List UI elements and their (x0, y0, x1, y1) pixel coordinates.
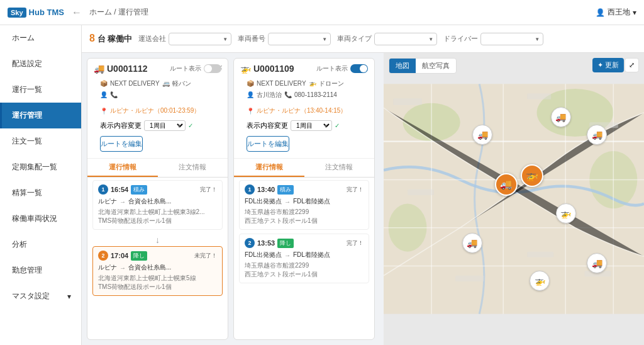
sidebar-item-master-settings[interactable]: マスタ設定 ▾ (0, 283, 81, 309)
back-button[interactable]: ← (72, 7, 82, 18)
sidebar-item-analysis[interactable]: 分析 (0, 232, 81, 257)
card-route-2: 📍 ルピナ・ルピナ（13:40-14:15） (240, 104, 368, 118)
filter-vehicle-type-label: 車両タイプ (337, 34, 372, 43)
tab-operation-info-2[interactable]: 運行情報 (234, 159, 304, 177)
map-expand-button[interactable]: ⤢ (625, 58, 639, 72)
card-header-2: 🚁 U0001109 ルート表示 📦 NEXT DELIVER (234, 59, 374, 159)
user-icon: 👤 (596, 8, 605, 17)
sidebar-item-attendance[interactable]: 勤怠管理 (0, 257, 81, 283)
logo-tms: Hub TMS (29, 8, 64, 17)
route-toggle-switch-2[interactable] (350, 64, 368, 73)
map-area: 地図 航空写真 ✦ 更新 ⤢ (384, 53, 644, 345)
map-tab-aerial[interactable]: 航空写真 (416, 59, 456, 73)
drone-icon-2: 🚁 (309, 79, 316, 89)
map-pin-heli-1[interactable]: 🚁 (556, 203, 576, 223)
driver-name-2: 古川浩治 (257, 90, 282, 100)
edit-route-button-2[interactable]: ルートを編集 (247, 136, 289, 152)
map-pin-truck-3[interactable]: 🚚 (551, 107, 571, 127)
tab-order-info-1[interactable]: 注文情報 (158, 159, 228, 177)
stop-complete-2-2: 完了！ (347, 239, 364, 247)
user-menu[interactable]: 👤 西王地 ▾ (596, 7, 636, 18)
arrow-icon-2-1: → (284, 198, 291, 205)
driver-select[interactable] (480, 33, 543, 45)
week-select-2[interactable]: 1周目 (291, 120, 332, 131)
route-item-2-1: 1 13:40 積み 完了！ FDL出発拠点 → FDL着陸拠点 (239, 180, 369, 230)
route-label-1: ルート表示 (170, 64, 201, 73)
stop-from-2-1: FDL出発拠点 (245, 197, 282, 206)
route-toggle-switch-1[interactable] (204, 64, 221, 73)
stop-complete-1-1: 完了！ (200, 186, 217, 194)
location-icon-1: 📍 (100, 108, 108, 115)
stop-status-2-2: 降し (277, 239, 294, 248)
company-name-1: NEXT DELIVERY (110, 79, 160, 89)
vehicle-type-icon-1: 🚐 (162, 79, 170, 89)
stop-num-2-2: 2 (245, 238, 255, 248)
stop-time-2-1: 13:40 (257, 186, 275, 193)
filter-company-label: 運送会社 (138, 34, 166, 43)
delivery-icon-1: 📦 (100, 79, 108, 89)
person-icon-1: 👤 (100, 90, 108, 100)
sidebar-item-settlement[interactable]: 精算一覧 (0, 180, 81, 206)
truck-icon-1: 🚚 (94, 64, 104, 74)
vehicle-number-select[interactable] (268, 33, 331, 45)
stop-detail-1-1: 北海道河東郡上士幌町上士幌東3線2...TMS荷物配送段ポール1個 (98, 208, 217, 225)
arrow-icon-1-2: → (119, 264, 126, 271)
map-pin-truck-4[interactable]: 🚚 (587, 125, 607, 145)
sidebar-item-delivery-settings[interactable]: 配送設定 (0, 51, 81, 77)
map-tabs: 地図 航空写真 (389, 58, 457, 74)
stop-num-1-2: 2 (98, 251, 108, 261)
display-label-1: 表示内容変更 (100, 121, 142, 130)
card-company-info-1: 📦 NEXT DELIVERY 🚐 軽バン 👤 📞 (94, 76, 221, 104)
week-select-1[interactable]: 1周目 (144, 120, 186, 131)
arrow-icon-1-1: → (119, 198, 126, 205)
stop-detail-2-2: 埼玉県越谷市船渡2299西王地テスト段ポール1個 (245, 261, 364, 279)
sidebar-item-home[interactable]: ホーム (0, 25, 81, 51)
company-select[interactable] (169, 33, 231, 45)
card-id-2: 🚁 U0001109 (240, 64, 294, 74)
phone-icon-1: 📞 (110, 90, 118, 100)
map-pin-truck-1[interactable]: 🚚 (495, 173, 518, 196)
route-item-1-1: 1 16:54 積み 完了！ ルピナ → 合資会社糸島... (92, 180, 223, 230)
stop-from-1-1: ルピナ (98, 197, 117, 206)
stop-complete-2-1: 完了！ (347, 186, 364, 194)
sidebar-item-order-list[interactable]: 注文一覧 (0, 128, 81, 154)
svg-rect-6 (527, 94, 551, 99)
vehicle-card-2: 🚁 U0001109 ルート表示 📦 NEXT DELIVER (233, 58, 375, 340)
stop-route-1-1: ルピナ → 合資会社糸島... (98, 197, 217, 206)
vehicle-type-2: ドローン (319, 79, 344, 89)
sidebar-item-operation-list[interactable]: 運行一覧 (0, 77, 81, 103)
stop-num-2-1: 1 (245, 184, 255, 195)
map-pin-truck-6[interactable]: 🚚 (587, 253, 607, 273)
count-number: 8 (89, 33, 95, 43)
edit-route-button-1[interactable]: ルートを編集 (100, 136, 143, 152)
phone-number-2: 080-1183-2114 (294, 90, 337, 100)
route-items-2: 1 13:40 積み 完了！ FDL出発拠点 → FDL着陸拠点 (234, 180, 374, 287)
map-pin-drone-2[interactable]: 🚁 (530, 271, 550, 291)
map-refresh-button[interactable]: ✦ 更新 (592, 58, 624, 72)
sidebar-item-vehicle-status[interactable]: 稼働車両状況 (0, 206, 81, 232)
sidebar-item-periodic-collection[interactable]: 定期集配一覧 (0, 154, 81, 180)
map-pin-truck-2[interactable]: 🚚 (472, 125, 492, 145)
chevron-down-icon: ▾ (67, 292, 71, 301)
display-label-2: 表示内容変更 (247, 121, 288, 130)
stop-complete-1-2: 未完了！ (194, 252, 217, 260)
stop-time-1-1: 16:54 (111, 186, 128, 193)
route-item-1-2: 2 17:04 降し 未完了！ ルピナ → 合資会社糸島... (92, 246, 223, 296)
map-tab-map[interactable]: 地図 (389, 59, 416, 73)
arrow-icon-2-2: → (284, 252, 291, 259)
map-pin-truck-5[interactable]: 🚚 (462, 233, 482, 253)
stop-route-1-2: ルピナ → 合資会社糸島... (98, 263, 217, 272)
filter-driver-label: ドライバー (443, 34, 478, 43)
vehicle-type-select[interactable] (374, 33, 437, 45)
map-pin-drone-1[interactable]: 🚁 (521, 164, 543, 187)
stop-from-1-2: ルピナ (98, 263, 117, 272)
route-info-2: ルピナ・ルピナ（13:40-14:15） (257, 106, 347, 115)
tab-operation-info-1[interactable]: 運行情報 (87, 159, 158, 177)
tab-order-info-2[interactable]: 注文情報 (304, 159, 375, 177)
filter-vehicle-number: 車両番号 (238, 33, 331, 45)
sidebar-item-operation-management[interactable]: 運行管理 (0, 103, 81, 128)
card-tabs-1: 運行情報 注文情報 (87, 159, 228, 178)
route-item-2-2: 2 13:53 降し 完了！ FDL出発拠点 → FDL着陸拠点 (239, 234, 369, 283)
filter-vehicle-number-label: 車両番号 (238, 34, 265, 43)
stop-to-1-1: 合資会社糸島... (128, 197, 171, 206)
